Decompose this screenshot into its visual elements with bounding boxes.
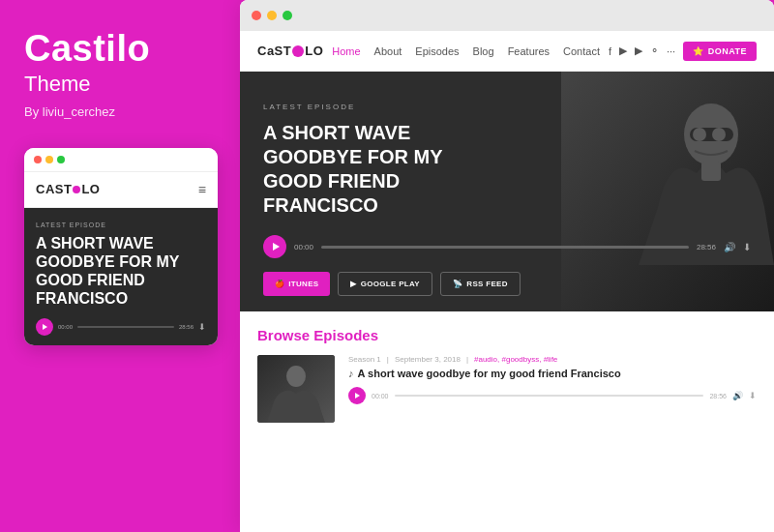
more-icon[interactable]: ··· — [667, 45, 675, 57]
left-panel: Castilo Theme By liviu_cerchez CASTLO ≡ … — [0, 0, 240, 532]
hero-volume-icon[interactable]: 🔊 — [724, 242, 735, 252]
episode-meta: Season 1 | September 3, 2018 | #audio, #… — [348, 355, 757, 364]
episode-play-button[interactable] — [348, 387, 366, 404]
hero-play-button[interactable] — [263, 235, 286, 258]
ep-progress-bar[interactable] — [395, 395, 704, 397]
mobile-hero: LATEST EPISODE A SHORT WAVE GOODBYE FOR … — [24, 208, 218, 345]
nav-item-features[interactable]: Features — [508, 45, 550, 57]
rss-button[interactable]: 📡 RSS FEED — [440, 272, 521, 296]
hero-buttons: 🍎 ITUNES ▶ GOOGLE PLAY 📡 RSS FEED — [263, 272, 751, 296]
donate-icon: ⭐ — [693, 46, 704, 56]
ep-time-start: 00:00 — [372, 393, 389, 399]
mobile-dot-red — [34, 156, 42, 163]
meta-separator2: | — [466, 355, 468, 364]
hero-section: LATEST EPISODE A SHORT WAVE GOODBYE FOR … — [240, 72, 774, 311]
browse-highlight: Episodes — [313, 327, 378, 343]
google-play-button[interactable]: ▶ GOOGLE PLAY — [338, 272, 432, 296]
rss-icon: 📡 — [453, 280, 462, 288]
hero-content: LATEST EPISODE A SHORT WAVE GOODBYE FOR … — [240, 72, 774, 311]
mobile-nav: CASTLO ≡ — [24, 172, 218, 208]
browser-window: CaSTLO Home About Episodes Blog Features… — [240, 0, 774, 532]
itunes-button[interactable]: 🍎 ITUNES — [263, 272, 330, 296]
hero-progress-bar[interactable] — [321, 246, 689, 249]
episode-thumbnail — [257, 355, 335, 423]
nav-item-episodes[interactable]: Episodes — [415, 45, 459, 57]
facebook-icon[interactable]: f — [609, 45, 611, 57]
mobile-progress-bar[interactable] — [77, 326, 174, 328]
episode-date: September 3, 2018 — [395, 355, 461, 364]
rss-label: RSS FEED — [466, 280, 507, 288]
hero-player: 00:00 28:56 🔊 ⬇ — [263, 235, 751, 258]
nav-item-contact[interactable]: Contact — [563, 45, 600, 57]
browser-chrome — [240, 0, 774, 31]
meta-separator: | — [387, 355, 389, 364]
site-social: f ▶ ▶ ⚬ ··· ⭐ DONATE — [609, 42, 757, 61]
google-play-label: GOOGLE PLAY — [361, 280, 420, 288]
episode-title-text: A short wave goodbye for my good friend … — [358, 368, 621, 379]
browse-title: Browse Episodes — [257, 327, 757, 343]
play-icon[interactable]: ▶ — [619, 44, 627, 57]
nav-item-about[interactable]: About — [374, 45, 402, 57]
apple-icon: 🍎 — [275, 280, 284, 288]
browser-content: CaSTLO Home About Episodes Blog Features… — [240, 31, 774, 532]
mobile-download-icon[interactable]: ⬇ — [198, 322, 206, 332]
brand-author: By liviu_cerchez — [24, 104, 115, 119]
site-navbar: CaSTLO Home About Episodes Blog Features… — [240, 31, 774, 72]
site-logo: CaSTLO — [257, 44, 323, 58]
mobile-dot-green — [57, 156, 65, 163]
episode-tags: #audio, #goodbyss, #life — [474, 355, 557, 364]
mobile-top-bar — [24, 148, 218, 172]
browse-section: Browse Episodes — [240, 311, 774, 432]
svg-point-7 — [286, 366, 306, 387]
ep-download-icon[interactable]: ⬇ — [749, 391, 757, 400]
spotify-icon[interactable]: ⚬ — [650, 44, 659, 57]
browser-dot-yellow[interactable] — [267, 11, 277, 20]
itunes-label: ITUNES — [288, 280, 318, 288]
mobile-logo: CASTLO — [36, 182, 100, 196]
music-note-icon: ♪ — [348, 368, 354, 379]
mobile-episode-title: A SHORT WAVE GOODBYE FOR MY GOOD FRIEND … — [36, 234, 206, 309]
hamburger-icon[interactable]: ≡ — [198, 182, 206, 197]
donate-label: DONATE — [708, 46, 747, 56]
episode-player-bar: 00:00 28:56 🔊 ⬇ — [348, 387, 757, 404]
donate-button[interactable]: ⭐ DONATE — [683, 42, 757, 61]
episode-title-row: ♪ A short wave goodbye for my good frien… — [348, 368, 757, 379]
mobile-time-start: 00:00 — [58, 324, 73, 330]
hero-time-start: 00:00 — [294, 243, 313, 251]
episode-info: Season 1 | September 3, 2018 | #audio, #… — [348, 355, 757, 404]
episode-season: Season 1 — [348, 355, 381, 364]
hero-latest-label: LATEST EPISODE — [263, 103, 751, 111]
episode-row: Season 1 | September 3, 2018 | #audio, #… — [257, 355, 757, 423]
ep-time-end: 28:56 — [709, 393, 727, 399]
nav-item-home[interactable]: Home — [332, 45, 360, 57]
mobile-dot-yellow — [45, 156, 53, 163]
site-menu: Home About Episodes Blog Features Contac… — [332, 45, 600, 57]
mobile-dots — [34, 156, 65, 163]
mobile-play-button[interactable] — [36, 318, 53, 336]
youtube-icon[interactable]: ▶ — [635, 44, 642, 57]
logo-dot — [73, 186, 80, 193]
google-play-icon: ▶ — [350, 280, 356, 288]
mobile-player: 00:00 28:56 ⬇ — [36, 318, 206, 336]
brand-subtitle: Theme — [24, 72, 90, 97]
browser-dot-red[interactable] — [252, 11, 261, 20]
mobile-latest-label: LATEST EPISODE — [36, 222, 206, 228]
nav-item-blog[interactable]: Blog — [473, 45, 494, 57]
mobile-mockup: CASTLO ≡ LATEST EPISODE A SHORT WAVE GOO… — [24, 148, 218, 345]
browser-dot-green[interactable] — [283, 11, 292, 20]
ep-volume-icon[interactable]: 🔊 — [732, 391, 743, 400]
hero-time-end: 28:56 — [697, 243, 716, 251]
hero-episode-title: A SHORT WAVE GOODBYE FOR MY GOOD FRIEND … — [263, 121, 495, 218]
mobile-time-end: 28:56 — [179, 324, 194, 330]
browse-label: Browse — [257, 327, 310, 343]
hero-download-icon[interactable]: ⬇ — [743, 242, 751, 252]
brand-title: Castilo — [24, 29, 150, 70]
logo-dot-icon — [292, 45, 304, 57]
